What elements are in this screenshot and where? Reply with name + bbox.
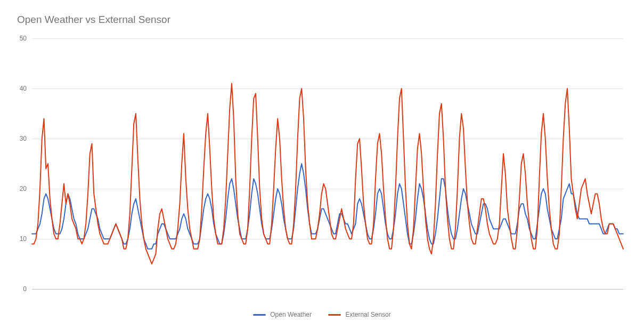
legend-item-external-sensor: External Sensor [328,311,390,318]
chart-container: Open Weather vs External Sensor 01020304… [0,0,644,329]
legend-item-open-weather: Open Weather [253,311,312,318]
chart-title: Open Weather vs External Sensor [17,14,170,26]
y-tick-label: 10 [20,235,27,243]
y-tick-label: 40 [20,85,27,92]
legend-label: External Sensor [345,311,390,318]
legend-swatch [253,314,266,316]
y-tick-label: 0 [23,285,27,293]
plot-area: 01020304050 [32,38,623,289]
y-tick-label: 30 [20,135,27,142]
legend-label: Open Weather [270,311,312,318]
line-plot [32,38,623,289]
y-tick-label: 50 [20,35,27,42]
y-tick-label: 20 [20,185,27,192]
legend-swatch [328,314,341,316]
series-external-sensor [32,84,623,264]
legend: Open Weather External Sensor [0,310,644,319]
